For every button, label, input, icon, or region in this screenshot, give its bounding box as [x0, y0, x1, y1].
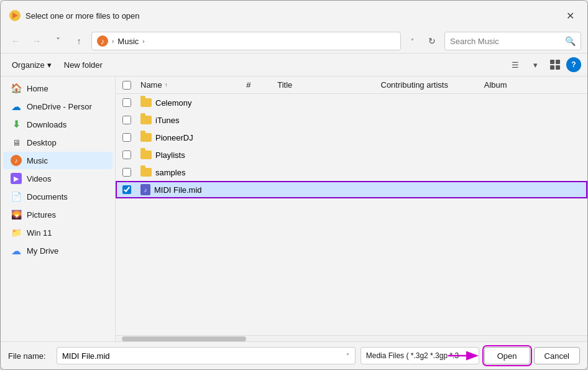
file-area: Name ↑ # Title Contributing artists Albu…: [116, 76, 587, 341]
forward-button[interactable]: →: [28, 32, 45, 50]
file-row[interactable]: PioneerDJ: [116, 129, 587, 146]
filename-input[interactable]: [57, 347, 341, 364]
file-checkbox[interactable]: [122, 133, 131, 142]
svg-rect-2: [550, 60, 554, 64]
h-scrollbar-area: [116, 335, 587, 341]
view-tile-icon: [549, 59, 561, 70]
path-text: Music: [117, 37, 139, 46]
sidebar-item-onedrive[interactable]: ☁OneDrive - Persor: [3, 98, 113, 115]
path-icon: ♪: [97, 35, 108, 47]
sidebar-item-documents[interactable]: 📄Documents📌: [3, 188, 113, 205]
search-button[interactable]: 🔍: [565, 36, 576, 46]
refresh-button[interactable]: ↻: [423, 32, 441, 50]
address-input[interactable]: ♪ › Music ›: [91, 32, 401, 50]
folder-icon: [140, 150, 152, 159]
sidebar-icon-pictures: 🌄: [11, 209, 22, 220]
folder-icon: [140, 168, 152, 177]
file-name: Celemony: [155, 98, 192, 108]
file-row[interactable]: MIDI File.mid: [116, 181, 587, 198]
sidebar-label-win11: Win 11: [27, 228, 93, 238]
toolbar: Organize ▾ New folder ☰ ▾ ?: [1, 53, 587, 76]
sidebar-icon-onedrive: ☁: [11, 101, 22, 112]
sidebar-label-desktop: Desktop: [27, 138, 93, 147]
title-bar-left: Select one or more files to open: [9, 10, 140, 21]
help-button[interactable]: ?: [566, 57, 581, 72]
path-chevron: ›: [112, 38, 114, 45]
header-check: [116, 81, 138, 90]
view-tile-button[interactable]: [546, 56, 564, 73]
toolbar-right: ☰ ▾ ?: [507, 56, 581, 73]
select-all-checkbox[interactable]: [122, 81, 131, 90]
folder-icon: [140, 133, 152, 142]
h-scrollbar-thumb[interactable]: [122, 336, 246, 341]
sidebar-label-downloads: Downloads: [27, 120, 93, 129]
sidebar-item-win11[interactable]: 📁Win 11📌: [3, 224, 113, 241]
close-button[interactable]: ✕: [561, 7, 579, 24]
file-row[interactable]: samples: [116, 164, 587, 181]
folder-icon: [140, 98, 152, 107]
file-name-cell: MIDI File.mid: [138, 184, 246, 195]
arrow-indicator: [447, 348, 481, 363]
file-checkbox-cell: [116, 168, 138, 177]
file-name-cell: samples: [138, 168, 246, 177]
vlc-icon: [9, 10, 21, 21]
svg-rect-4: [550, 65, 554, 70]
address-bar: ← → ˅ ↑ ♪ › Music › ˅ ↻ 🔍: [1, 29, 587, 53]
filename-input-wrap: ˅: [57, 347, 356, 364]
sidebar-icon-win11: 📁: [11, 227, 22, 238]
sidebar-icon-documents: 📄: [11, 191, 22, 202]
sidebar-item-videos[interactable]: ▶Videos📌: [3, 170, 113, 187]
filename-label: File name:: [8, 351, 52, 361]
sidebar-item-pictures[interactable]: 🌄Pictures📌: [3, 206, 113, 223]
midi-icon: [140, 184, 150, 195]
file-checkbox[interactable]: [122, 185, 131, 194]
file-checkbox[interactable]: [122, 116, 131, 124]
file-name: iTunes: [155, 116, 180, 125]
back-button[interactable]: ←: [7, 32, 24, 50]
view-dropdown-button[interactable]: ▾: [526, 56, 544, 73]
file-row[interactable]: Celemony: [116, 94, 587, 111]
file-checkbox[interactable]: [122, 150, 131, 159]
sidebar-label-home: Home: [27, 84, 106, 93]
address-dropdown-button[interactable]: ˅: [405, 32, 420, 50]
search-input[interactable]: [450, 37, 561, 46]
down-button[interactable]: ˅: [49, 32, 67, 50]
header-artists: Contributing artists: [381, 80, 484, 90]
sidebar-item-home[interactable]: 🏠Home: [3, 80, 113, 97]
sidebar-label-videos: Videos: [27, 174, 93, 183]
file-checkbox[interactable]: [122, 98, 131, 107]
cancel-button[interactable]: Cancel: [534, 347, 580, 364]
organize-button[interactable]: Organize ▾: [7, 56, 57, 73]
up-button[interactable]: ↑: [70, 32, 88, 50]
file-checkbox[interactable]: [122, 168, 131, 177]
file-checkbox-cell: [116, 150, 138, 159]
sidebar-icon-music: ♪: [11, 155, 22, 166]
sidebar-item-mydrive[interactable]: ☁My Drive📌: [3, 242, 113, 259]
file-name: samples: [155, 168, 185, 177]
sidebar-label-music: Music: [27, 156, 93, 165]
open-button[interactable]: Open: [484, 347, 530, 364]
action-buttons: Open Cancel: [484, 347, 580, 364]
filename-dropdown-button[interactable]: ˅: [341, 347, 356, 364]
sidebar-item-music[interactable]: ♪Music📌: [3, 152, 113, 169]
svg-rect-3: [556, 60, 560, 64]
file-name-cell: iTunes: [138, 116, 246, 125]
open-arrow: [447, 348, 481, 363]
new-folder-button[interactable]: New folder: [59, 56, 108, 73]
sidebar-icon-mydrive: ☁: [11, 245, 22, 256]
sidebar-item-desktop[interactable]: 🖥Desktop📌: [3, 134, 113, 151]
search-box: 🔍: [444, 32, 581, 50]
file-row[interactable]: iTunes: [116, 111, 587, 129]
file-checkbox-cell: [116, 116, 138, 124]
file-row[interactable]: Playlists: [116, 146, 587, 164]
file-list-header: Name ↑ # Title Contributing artists Albu…: [116, 76, 587, 94]
sidebar-label-documents: Documents: [27, 192, 93, 201]
header-name: Name ↑: [138, 80, 246, 90]
sidebar-label-pictures: Pictures: [27, 210, 93, 220]
sidebar-item-downloads[interactable]: ⬇Downloads📌: [3, 116, 113, 133]
file-checkbox-cell: [116, 98, 138, 107]
file-name: MIDI File.mid: [154, 185, 202, 195]
title-bar: Select one or more files to open ✕: [1, 1, 587, 29]
view-list-button[interactable]: ☰: [507, 56, 524, 73]
path-suffix: ›: [142, 38, 144, 45]
